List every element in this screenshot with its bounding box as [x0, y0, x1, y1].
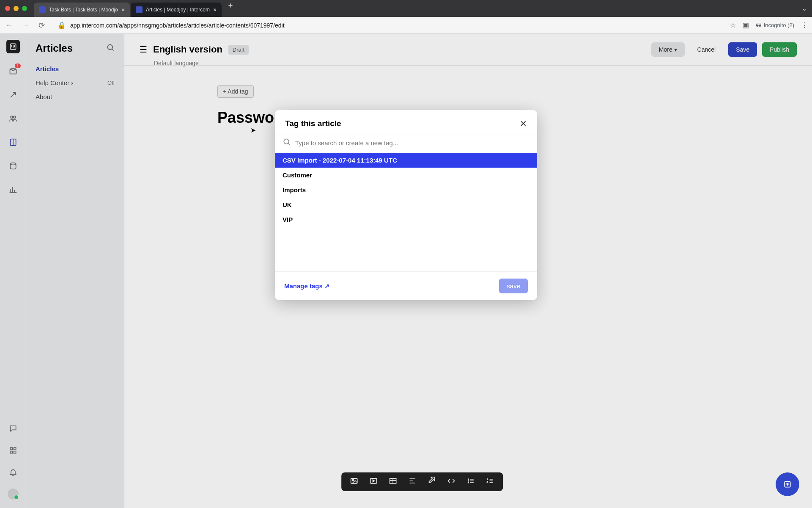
tag-option[interactable]: Imports [275, 182, 537, 197]
tag-option[interactable]: VIP [275, 212, 537, 227]
modal-overlay[interactable]: Tag this article ✕ CSV Import - 2022-07-… [0, 0, 812, 508]
tag-modal: Tag this article ✕ CSV Import - 2022-07-… [275, 110, 537, 300]
tag-option[interactable]: UK [275, 197, 537, 212]
tag-option[interactable]: CSV Import - 2022-07-04 11:13:49 UTC [275, 153, 537, 168]
intercom-launcher[interactable] [776, 472, 799, 496]
svg-point-16 [284, 139, 289, 144]
modal-save-button[interactable]: save [499, 279, 528, 293]
tag-option[interactable]: Customer [275, 168, 537, 182]
modal-search [275, 135, 537, 153]
search-icon [283, 138, 291, 148]
modal-title: Tag this article [285, 119, 341, 128]
tag-search-input[interactable] [295, 139, 529, 146]
tag-list: CSV Import - 2022-07-04 11:13:49 UTC Cus… [275, 153, 537, 271]
close-icon[interactable]: ✕ [520, 119, 527, 129]
manage-tags-link[interactable]: Manage tags ↗ [284, 282, 330, 290]
